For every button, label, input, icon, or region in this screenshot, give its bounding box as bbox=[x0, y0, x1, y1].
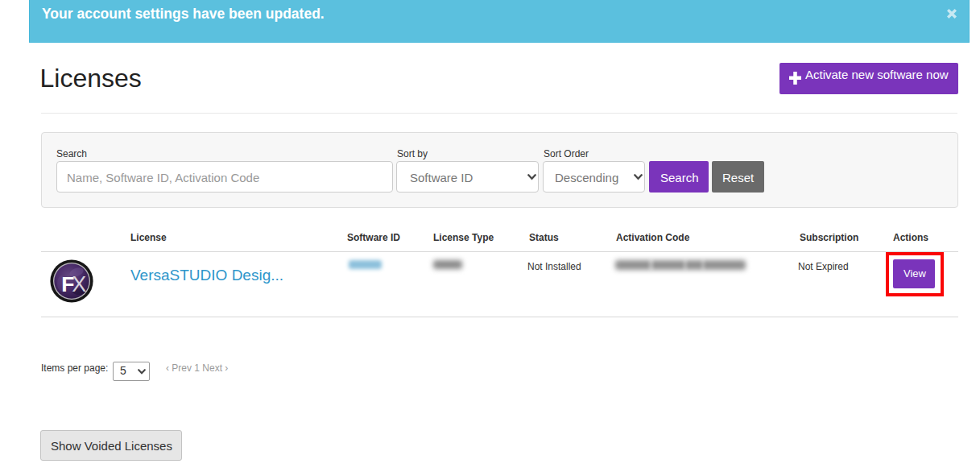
svg-text:X: X bbox=[72, 272, 86, 296]
